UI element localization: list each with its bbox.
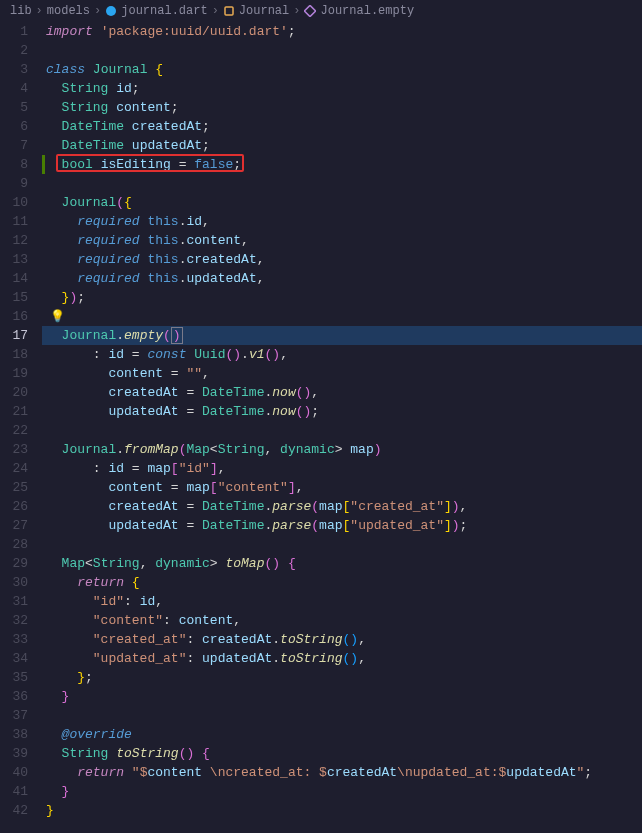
line-number: 23	[0, 440, 28, 459]
code-line[interactable]: DateTime updatedAt;	[42, 136, 642, 155]
line-number: 29	[0, 554, 28, 573]
code-line[interactable]: }	[42, 687, 642, 706]
code-line[interactable]	[42, 41, 642, 60]
code-line[interactable]: createdAt = DateTime.parse(map["created_…	[42, 497, 642, 516]
svg-rect-2	[305, 5, 316, 16]
line-number: 5	[0, 98, 28, 117]
code-line[interactable]: required this.id,	[42, 212, 642, 231]
breadcrumb-item-lib[interactable]: lib	[10, 4, 32, 18]
line-number: 13	[0, 250, 28, 269]
line-number: 41	[0, 782, 28, 801]
code-line[interactable]: createdAt = DateTime.now(),	[42, 383, 642, 402]
breadcrumb-item-class[interactable]: Journal	[223, 4, 289, 18]
line-number: 14	[0, 269, 28, 288]
line-number: 18	[0, 345, 28, 364]
line-number: 12	[0, 231, 28, 250]
breadcrumb-label: models	[47, 4, 90, 18]
method-icon	[304, 5, 316, 17]
line-number-gutter: 1234567891011121314151617181920212223242…	[0, 22, 42, 833]
line-number: 15	[0, 288, 28, 307]
line-number: 26	[0, 497, 28, 516]
code-content[interactable]: import 'package:uuid/uuid.dart';class Jo…	[42, 22, 642, 833]
breadcrumb-label: journal.dart	[121, 4, 207, 18]
line-number: 19	[0, 364, 28, 383]
code-line[interactable]: String id;	[42, 79, 642, 98]
code-line[interactable]: "created_at": createdAt.toString(),	[42, 630, 642, 649]
line-number: 25	[0, 478, 28, 497]
breadcrumb-item-models[interactable]: models	[47, 4, 90, 18]
code-line[interactable]: }	[42, 782, 642, 801]
breadcrumb-item-file[interactable]: journal.dart	[105, 4, 207, 18]
chevron-right-icon: ›	[94, 4, 101, 18]
line-number: 34	[0, 649, 28, 668]
line-number: 16	[0, 307, 28, 326]
git-added-marker	[42, 155, 45, 174]
line-number: 37	[0, 706, 28, 725]
line-number: 27	[0, 516, 28, 535]
code-line[interactable]	[42, 535, 642, 554]
svg-point-0	[106, 6, 116, 16]
code-line[interactable]: : id = map["id"],	[42, 459, 642, 478]
code-line[interactable]: updatedAt = DateTime.parse(map["updated_…	[42, 516, 642, 535]
line-number: 11	[0, 212, 28, 231]
code-line[interactable]: import 'package:uuid/uuid.dart';	[42, 22, 642, 41]
code-line[interactable]: required this.updatedAt,	[42, 269, 642, 288]
line-number: 4	[0, 79, 28, 98]
line-number: 33	[0, 630, 28, 649]
code-line[interactable]: content = map["content"],	[42, 478, 642, 497]
line-number: 17	[0, 326, 28, 345]
code-line[interactable]: required this.createdAt,	[42, 250, 642, 269]
code-line[interactable]: });	[42, 288, 642, 307]
code-line[interactable]: class Journal {	[42, 60, 642, 79]
editor-area[interactable]: 1234567891011121314151617181920212223242…	[0, 22, 642, 833]
code-line[interactable]: DateTime createdAt;	[42, 117, 642, 136]
svg-rect-1	[225, 7, 233, 15]
class-icon	[223, 5, 235, 17]
lightbulb-icon[interactable]: 💡	[50, 308, 65, 327]
code-line[interactable]: Map<String, dynamic> toMap() {	[42, 554, 642, 573]
code-line[interactable]: content = "",	[42, 364, 642, 383]
code-line[interactable]: Journal.fromMap(Map<String, dynamic> map…	[42, 440, 642, 459]
dart-file-icon	[105, 5, 117, 17]
line-number: 9	[0, 174, 28, 193]
line-number: 1	[0, 22, 28, 41]
code-line[interactable]: Journal({	[42, 193, 642, 212]
line-number: 6	[0, 117, 28, 136]
code-line[interactable]: 💡	[42, 307, 642, 326]
line-number: 30	[0, 573, 28, 592]
line-number: 28	[0, 535, 28, 554]
code-line[interactable]: : id = const Uuid().v1(),	[42, 345, 642, 364]
code-line[interactable]	[42, 174, 642, 193]
line-number: 8	[0, 155, 28, 174]
line-number: 22	[0, 421, 28, 440]
code-line[interactable]: updatedAt = DateTime.now();	[42, 402, 642, 421]
code-line[interactable]: };	[42, 668, 642, 687]
breadcrumb: lib › models › journal.dart › Journal › …	[0, 0, 642, 22]
code-line[interactable]: return {	[42, 573, 642, 592]
code-line[interactable]	[42, 706, 642, 725]
line-number: 36	[0, 687, 28, 706]
code-line[interactable]: @override	[42, 725, 642, 744]
code-line[interactable]: String content;	[42, 98, 642, 117]
code-line[interactable]	[42, 421, 642, 440]
code-line[interactable]: "id": id,	[42, 592, 642, 611]
line-number: 20	[0, 383, 28, 402]
breadcrumb-label: Journal	[239, 4, 289, 18]
line-number: 40	[0, 763, 28, 782]
chevron-right-icon: ›	[293, 4, 300, 18]
breadcrumb-label: lib	[10, 4, 32, 18]
code-line[interactable]: Journal.empty()	[42, 326, 642, 345]
line-number: 32	[0, 611, 28, 630]
code-line[interactable]: bool isEditing = false;	[42, 155, 642, 174]
code-line[interactable]: required this.content,	[42, 231, 642, 250]
cursor-position: )	[171, 327, 183, 344]
code-line[interactable]: return "$content \ncreated_at: $createdA…	[42, 763, 642, 782]
chevron-right-icon: ›	[36, 4, 43, 18]
breadcrumb-item-method[interactable]: Journal.empty	[304, 4, 414, 18]
code-line[interactable]: String toString() {	[42, 744, 642, 763]
line-number: 31	[0, 592, 28, 611]
code-line[interactable]: "content": content,	[42, 611, 642, 630]
line-number: 38	[0, 725, 28, 744]
code-line[interactable]: }	[42, 801, 642, 820]
code-line[interactable]: "updated_at": updatedAt.toString(),	[42, 649, 642, 668]
